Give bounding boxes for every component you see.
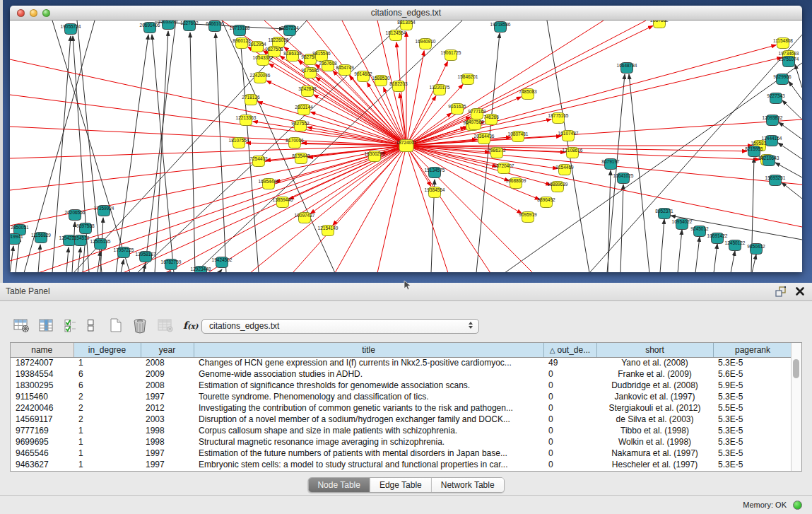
svg-text:10807481: 10807481: [508, 132, 529, 136]
network-node[interactable]: 16889639: [548, 182, 568, 192]
network-node[interactable]: 7986372: [488, 148, 506, 158]
network-node[interactable]: 10641025: [613, 173, 634, 184]
table-row[interactable]: 1830029562008Estimation of significance …: [11, 380, 792, 391]
table-row[interactable]: 946362711997Embryonic stem cells: a mode…: [11, 459, 792, 470]
network-node[interactable]: 10719188: [230, 25, 250, 36]
network-node[interactable]: 8896492: [537, 197, 555, 208]
network-node[interactable]: 9397588: [76, 223, 95, 234]
column-header-title[interactable]: title: [194, 343, 543, 357]
network-node[interactable]: 12450122: [725, 240, 746, 251]
network-node[interactable]: 15693251: [765, 175, 786, 186]
network-node[interactable]: 15846201: [458, 74, 478, 85]
table-row[interactable]: 2242004622012Investigating the contribut…: [11, 402, 792, 414]
network-node[interactable]: 16782759: [161, 259, 182, 270]
network-window-titlebar[interactable]: citations_edges.txt: [10, 6, 802, 21]
network-node[interactable]: 13958187: [136, 252, 156, 262]
network-node[interactable]: 9154469: [555, 165, 574, 175]
select-all-icon[interactable]: [61, 316, 79, 334]
network-node[interactable]: 8135443: [292, 153, 310, 164]
network-node[interactable]: 19061725: [441, 50, 461, 61]
svg-text:3242848: 3242848: [298, 86, 317, 91]
clear-selection-icon[interactable]: [84, 316, 98, 334]
float-window-icon[interactable]: [775, 286, 787, 297]
network-node[interactable]: 746266: [483, 115, 499, 125]
svg-text:15693251: 15693251: [765, 175, 786, 180]
table-row[interactable]: 911546021997Tourette syndrome. Phenomeno…: [11, 391, 792, 402]
network-node[interactable]: 20206556: [65, 210, 86, 221]
network-node[interactable]: 17359924: [94, 206, 114, 216]
network-node[interactable]: 15134575: [425, 168, 445, 178]
table-row[interactable]: 969969511998Structural magnetic resonanc…: [11, 436, 792, 448]
svg-text:9914682: 9914682: [354, 71, 372, 76]
network-node[interactable]: 8182203: [389, 81, 408, 92]
column-header-year[interactable]: year: [141, 343, 194, 357]
tab-node-table[interactable]: Node Table: [308, 478, 370, 492]
network-node[interactable]: 12154149: [318, 226, 339, 236]
network-view[interactable]: 8960128891295418226058982750810543382818…: [10, 21, 802, 272]
table-scrollbar[interactable]: [791, 343, 801, 471]
column-header-name[interactable]: name: [11, 343, 73, 357]
network-node[interactable]: 18775165: [548, 113, 569, 124]
network-node[interactable]: 9095919: [519, 212, 537, 223]
tab-edge-table[interactable]: Edge Table: [370, 478, 432, 492]
network-node[interactable]: 16720407: [494, 163, 514, 174]
table-mode-icon[interactable]: [11, 316, 32, 334]
network-node[interactable]: 9227343: [767, 93, 785, 104]
network-node[interactable]: 8813054: [397, 21, 416, 30]
cell-name: 18724007: [11, 357, 73, 368]
network-node[interactable]: 19218586: [490, 22, 511, 33]
table-row[interactable]: 946554611997Estimation of the future num…: [11, 448, 792, 459]
column-header-short[interactable]: short: [596, 343, 713, 357]
network-node[interactable]: 12923448: [191, 267, 211, 273]
network-node[interactable]: 13220175: [430, 85, 450, 95]
table-selector-dropdown[interactable]: citations_edges.txt: [201, 319, 479, 334]
svg-text:9815546: 9815546: [312, 51, 331, 56]
network-node[interactable]: 8952371: [655, 209, 673, 219]
network-node[interactable]: 7485083: [519, 89, 537, 100]
network-node[interactable]: 8170066: [286, 138, 304, 148]
show-column-icon[interactable]: [37, 316, 57, 334]
node-table[interactable]: namein_degreeyeartitle△out_de...shortpag…: [10, 342, 802, 472]
network-node[interactable]: 10807481: [508, 132, 529, 142]
network-node[interactable]: 10954022: [672, 219, 693, 230]
network-node[interactable]: 19424502: [212, 257, 233, 268]
close-icon[interactable]: [795, 286, 805, 296]
network-node[interactable]: 12093832: [763, 115, 783, 126]
network-node[interactable]: 15751074: [779, 57, 799, 67]
table-row[interactable]: 1938455462009Genome-wide association stu…: [11, 368, 792, 380]
function-builder-icon[interactable]: f(x): [181, 316, 200, 334]
column-header-pagerank[interactable]: pagerank: [713, 343, 792, 357]
network-node[interactable]: 9450412: [747, 244, 765, 255]
network-node[interactable]: 16940910: [416, 39, 436, 49]
table-row[interactable]: 1456911722003Disruption of a novel membe…: [11, 414, 792, 425]
network-node[interactable]: 13859446: [273, 197, 293, 208]
network-node[interactable]: 2087682: [650, 21, 669, 28]
network-node[interactable]: 11154808: [773, 38, 793, 49]
network-node[interactable]: 3919941: [10, 234, 23, 245]
network-node[interactable]: 8186328: [283, 51, 302, 62]
network-node[interactable]: 1327602: [180, 21, 199, 31]
network-node[interactable]: 17957225: [114, 247, 134, 258]
network-node[interactable]: 8912954: [248, 42, 266, 52]
network-window[interactable]: citations_edges.txt 89601288912954182260…: [10, 6, 802, 272]
network-node[interactable]: 6466100: [206, 21, 224, 32]
network-node[interactable]: 18124554: [386, 30, 406, 41]
network-node[interactable]: 12505135: [90, 239, 111, 250]
network-node[interactable]: 16648784: [617, 63, 637, 74]
new-column-icon[interactable]: [106, 316, 125, 334]
network-node[interactable]: 9245012: [690, 226, 709, 237]
column-header-in_degree[interactable]: in_degree: [73, 343, 141, 357]
network-node[interactable]: 19384554: [425, 187, 445, 198]
tab-network-table[interactable]: Network Table: [432, 478, 504, 492]
network-node[interactable]: 20691406: [140, 23, 160, 33]
network-node[interactable]: 9329966: [773, 74, 792, 85]
network-node[interactable]: 7857224: [281, 25, 299, 36]
column-header-out_degree[interactable]: △out_de...: [543, 343, 596, 357]
network-node[interactable]: 9914682: [354, 71, 372, 82]
citation-network-canvas[interactable]: 8960128891295418226058982750810543382818…: [10, 21, 802, 272]
table-scrollbar-thumb[interactable]: [793, 359, 799, 378]
table-row[interactable]: 977716911998Corpus callosum shape and si…: [11, 425, 792, 436]
delete-column-icon[interactable]: [130, 316, 151, 334]
delete-table-icon[interactable]: [155, 316, 176, 334]
table-row[interactable]: 1872400712008Changes of HCN gene express…: [11, 357, 792, 368]
